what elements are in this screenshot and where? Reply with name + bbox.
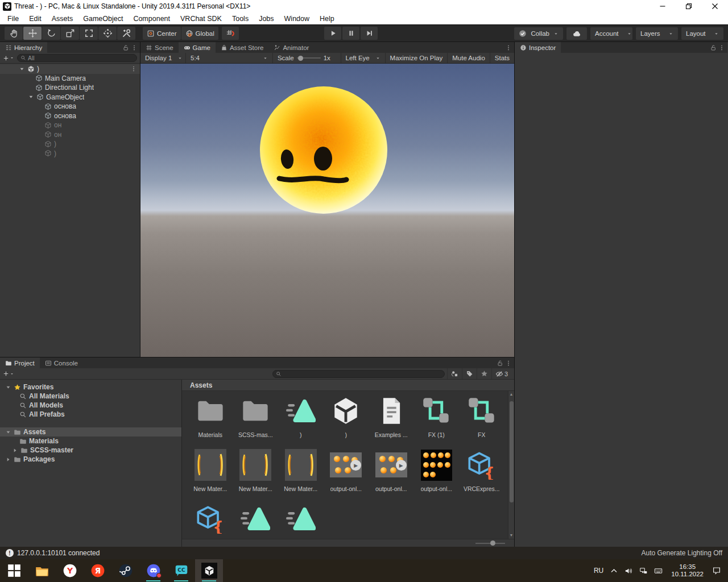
game-viewport[interactable] [140, 64, 514, 357]
lock-icon[interactable] [122, 44, 129, 51]
hierarchy-item[interactable]: он [0, 130, 140, 140]
menu-component[interactable]: Component [128, 13, 175, 24]
project-tree-all-materials[interactable]: All Materials [0, 392, 181, 401]
pause-button[interactable] [342, 27, 359, 40]
create-asset-button[interactable] [3, 371, 14, 377]
tri-down-icon[interactable] [28, 94, 34, 100]
menu-assets[interactable]: Assets [47, 13, 78, 24]
lock-icon[interactable] [122, 44, 129, 51]
tool-rect-tool-button[interactable] [80, 27, 98, 40]
menu-edit[interactable]: Edit [24, 13, 47, 24]
taskbar-yandex[interactable]: Я [84, 559, 111, 582]
asset-tile[interactable]: New Mater... [188, 448, 233, 502]
taskbar-explorer[interactable] [28, 559, 56, 582]
hierarchy-item[interactable]: ) [0, 149, 140, 159]
kebab-icon[interactable] [505, 360, 512, 367]
kebab-menu-icon[interactable] [505, 360, 512, 367]
close-button[interactable] [702, 0, 728, 13]
lock-icon[interactable] [710, 44, 717, 51]
lock-icon[interactable] [710, 44, 717, 51]
search-by-label-button[interactable] [462, 368, 477, 379]
project-tree-all-models[interactable]: All Models [0, 401, 181, 410]
tab-inspector[interactable]: Inspector [515, 42, 561, 53]
asset-tile[interactable]: New Mater... [278, 448, 324, 502]
display-dropdown[interactable]: Display 1 [140, 53, 186, 63]
scale-slider[interactable]: Scale1x [273, 53, 341, 63]
hierarchy-item[interactable]: Directional Light [0, 83, 140, 93]
project-tree-materials[interactable]: Materials [0, 436, 181, 446]
taskbar-steam[interactable] [111, 559, 139, 582]
minimize-button[interactable] [650, 0, 676, 13]
hierarchy-search-input[interactable]: All [17, 54, 137, 62]
asset-tile[interactable]: ) [278, 394, 324, 448]
lighting-status-button[interactable]: Auto Generate Lighting Off [641, 549, 722, 557]
menu-file[interactable]: File [2, 13, 24, 24]
asset-tile[interactable]: SCSS-mas... [233, 394, 279, 448]
thumbnail-size-knob[interactable] [490, 541, 495, 546]
hierarchy-item[interactable]: основа [0, 102, 140, 111]
menu-window[interactable]: Window [279, 13, 315, 24]
tool-rotate-button[interactable] [42, 27, 60, 40]
collab-dropdown[interactable]: Collab [514, 27, 563, 40]
layout-dropdown[interactable]: Layout [681, 27, 723, 40]
kebab-icon[interactable] [718, 44, 725, 51]
menu-help[interactable]: Help [315, 13, 340, 24]
stats-toggle[interactable]: Stats [490, 53, 514, 63]
hierarchy-scene-row[interactable]: ) [0, 64, 140, 74]
kebab-menu-icon[interactable] [131, 44, 138, 51]
asset-tile[interactable]: ) [324, 394, 369, 448]
eye-dropdown[interactable]: Left Eye [341, 53, 386, 63]
menu-vrchat-sdk[interactable]: VRChat SDK [175, 13, 227, 24]
lock-icon[interactable] [497, 360, 503, 367]
tab-asset-store[interactable]: Asset Store [216, 42, 268, 53]
layers-dropdown[interactable]: Layers [636, 27, 678, 40]
aspect-dropdown[interactable]: 5:4 [186, 53, 273, 63]
asset-tile[interactable]: ▶output-onl... [324, 448, 369, 502]
kebab-menu-icon[interactable] [718, 44, 725, 51]
tab-hierarchy[interactable]: Hierarchy [0, 42, 47, 53]
menu-gameobject[interactable]: GameObject [78, 13, 128, 24]
tab-scene[interactable]: Scene [140, 42, 179, 53]
hierarchy-item[interactable]: ) [0, 139, 140, 149]
search-by-type-button[interactable] [447, 368, 462, 379]
tray-speaker[interactable] [623, 567, 634, 575]
tool-scale-button[interactable] [61, 27, 79, 40]
tab-animator[interactable]: Animator [268, 42, 314, 53]
create-object-button[interactable] [3, 55, 14, 61]
project-tree-packages[interactable]: Packages [0, 455, 181, 464]
asset-tile[interactable]: New Mater... [233, 448, 279, 502]
tool-custom-tools-button[interactable] [117, 27, 135, 40]
maximize-on-play-toggle[interactable]: Maximize On Play [386, 53, 448, 63]
tray-keyboard[interactable] [653, 567, 664, 575]
scale-slider-track[interactable] [297, 57, 321, 59]
account-dropdown[interactable]: Account [590, 27, 632, 40]
taskbar-yandex-browser[interactable]: Y [56, 559, 84, 582]
scale-slider-knob[interactable] [298, 56, 303, 61]
orientation-toggle-button[interactable]: Global [181, 27, 218, 40]
pivot-toggle-button[interactable]: Center [143, 27, 181, 40]
tab-project[interactable]: Project [0, 357, 40, 368]
asset-tile[interactable]: {}VRCExpres... [459, 448, 504, 502]
play-button[interactable] [324, 27, 341, 40]
tri-right-icon[interactable] [12, 447, 18, 454]
project-tree-favorites[interactable]: Favorites [0, 383, 181, 392]
asset-tile[interactable]: Materials [188, 394, 233, 448]
tool-move-button[interactable] [23, 27, 42, 40]
asset-tile[interactable] [278, 502, 324, 539]
tray-network[interactable] [638, 567, 649, 575]
asset-tile[interactable]: ▶output-onl... [369, 448, 414, 502]
tri-right-icon[interactable] [5, 456, 11, 463]
hierarchy-item[interactable]: он [0, 120, 140, 130]
lock-icon[interactable] [497, 360, 503, 367]
hierarchy-item[interactable]: GameObject [0, 93, 140, 102]
asset-tile[interactable]: Examples ... [369, 394, 414, 448]
asset-tile[interactable]: output-onl... [414, 448, 460, 502]
cloud-services-button[interactable] [566, 27, 587, 40]
asset-tile[interactable] [233, 502, 279, 539]
taskbar-cc[interactable]: CC [167, 559, 195, 582]
asset-tile[interactable]: {} [188, 502, 233, 539]
project-tree-assets[interactable]: Assets [0, 427, 181, 436]
tool-transform-button[interactable] [98, 27, 117, 40]
kebab-icon[interactable] [505, 44, 512, 51]
taskbar-clock[interactable]: 16:3510.11.2022 [668, 563, 707, 578]
